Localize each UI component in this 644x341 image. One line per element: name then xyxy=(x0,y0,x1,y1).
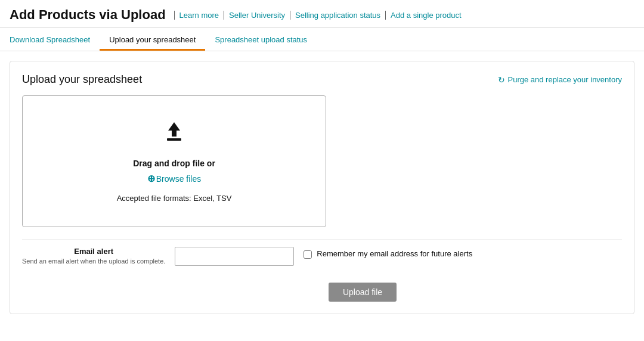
remember-label: Remember my email address for future ale… xyxy=(317,249,472,258)
email-label: Email alert xyxy=(22,247,165,256)
drop-zone[interactable]: Drag and drop file or ⊕ Browse files Acc… xyxy=(22,95,326,227)
card-title: Upload your spreadsheet xyxy=(22,73,142,86)
drag-drop-text: Drag and drop file or xyxy=(35,159,314,168)
remember-checkbox[interactable] xyxy=(304,250,312,259)
tab-download[interactable]: Download Spreadsheet xyxy=(10,30,100,51)
seller-university-link[interactable]: Seller University xyxy=(224,11,290,20)
main-content: Upload your spreadsheet ↻ Purge and repl… xyxy=(0,51,644,324)
refresh-icon: ↻ xyxy=(498,75,505,85)
email-input[interactable] xyxy=(175,247,294,266)
tab-bar: Download Spreadsheet Upload your spreads… xyxy=(0,30,644,51)
svg-rect-1 xyxy=(167,138,181,141)
email-alert-section: Email alert Send an email alert when the… xyxy=(22,239,622,273)
email-subtext: Send an email alert when the upload is c… xyxy=(22,257,165,266)
browse-files-link[interactable]: ⊕ Browse files xyxy=(147,173,201,184)
header-links: Learn more Seller University Selling app… xyxy=(174,11,466,20)
upload-button-row: Upload file xyxy=(22,283,622,302)
learn-more-link[interactable]: Learn more xyxy=(174,11,224,20)
tab-upload[interactable]: Upload your spreadsheet xyxy=(100,30,205,51)
browse-plus-icon: ⊕ xyxy=(147,173,155,184)
upload-card: Upload your spreadsheet ↻ Purge and repl… xyxy=(10,61,634,314)
selling-status-link[interactable]: Selling application status xyxy=(290,11,385,20)
remember-block: Remember my email address for future ale… xyxy=(304,249,472,259)
card-header: Upload your spreadsheet ↻ Purge and repl… xyxy=(22,73,622,86)
add-single-product-link[interactable]: Add a single product xyxy=(385,11,466,20)
accepted-formats-text: Accepted file formats: Excel, TSV xyxy=(35,194,314,203)
purge-inventory-link[interactable]: ↻ Purge and replace your inventory xyxy=(498,75,622,85)
email-label-block: Email alert Send an email alert when the… xyxy=(22,247,165,266)
page-header: Add Products via Upload Learn more Selle… xyxy=(0,0,644,28)
page-title: Add Products via Upload xyxy=(10,7,166,23)
upload-file-button[interactable]: Upload file xyxy=(329,283,397,302)
tab-status[interactable]: Spreadsheet upload status xyxy=(205,30,317,51)
svg-marker-0 xyxy=(168,122,180,137)
upload-icon xyxy=(35,120,314,149)
